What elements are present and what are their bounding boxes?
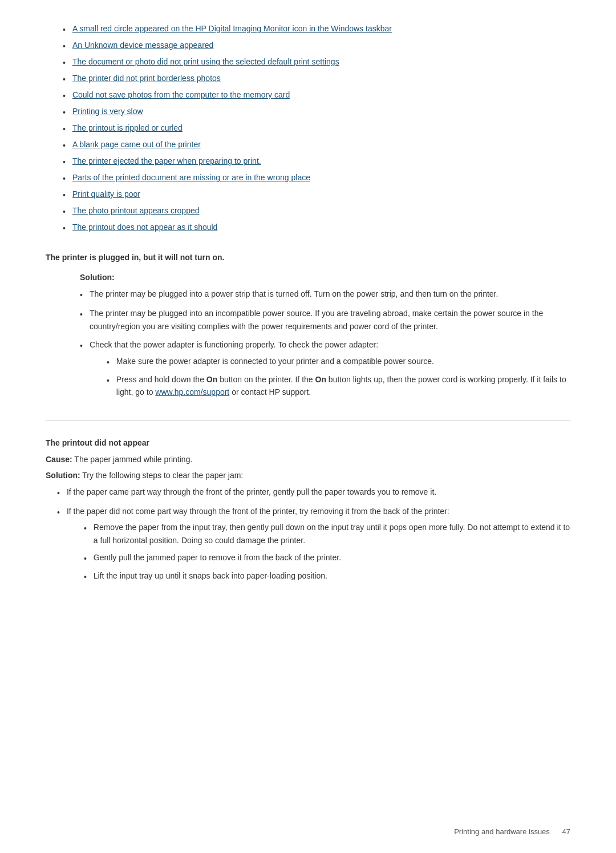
bullet-dot: • [57,487,60,499]
link-save-photos[interactable]: Could not save photos from the computer … [72,89,290,101]
footer-section-label: Printing and hardware issues [454,827,550,836]
bullet-dot: • [63,90,66,102]
bullet-dot: • [63,156,66,168]
s2-item-2: • If the paper did not come part way thr… [57,505,570,588]
bullet-dot: • [107,374,110,387]
link-ejected[interactable]: The printer ejected the paper when prepa… [72,155,261,167]
section1-solution-label: Solution: [80,273,570,282]
solution-item-2: • The printer may be plugged into an inc… [80,307,570,333]
intro-link-list: • A small red circle appeared on the HP … [63,23,570,235]
section-divider [46,421,570,421]
bullet-dot: • [63,223,66,235]
bold-on-2: On [315,375,326,384]
link-print-quality[interactable]: Print quality is poor [72,188,140,200]
list-item: • The photo printout appears cropped [63,205,570,218]
bullet-dot: • [63,173,66,185]
section1-solution-list: • The printer may be plugged into a powe… [80,288,570,403]
section-printout-not-appear: The printout did not appear Cause: The p… [46,438,570,588]
page-footer: Printing and hardware issues 47 [454,827,570,836]
solution-item-3-content: Check that the power adapter is function… [90,338,570,403]
section-plugged-in: The printer is plugged in, but it will n… [46,252,570,403]
solution-intro-text: Try the following steps to clear the pap… [82,471,243,480]
link-red-circle[interactable]: A small red circle appeared on the HP Di… [72,23,392,35]
list-item: • The document or photo did not print us… [63,56,570,69]
bullet-dot: • [63,57,66,69]
list-item: • The printer did not print borderless p… [63,72,570,86]
s2-item-1: • If the paper came part way through the… [57,486,570,499]
link-blank-page[interactable]: A blank page came out of the printer [72,139,201,151]
s2-sub-text-3: Lift the input tray up until it snaps ba… [94,569,327,582]
link-rippled[interactable]: The printout is rippled or curled [72,122,183,134]
list-item: • A small red circle appeared on the HP … [63,23,570,36]
s2-sub-item-1: • Remove the paper from the input tray, … [84,521,570,547]
bullet-dot: • [80,289,83,301]
s2-sub-text-2: Gently pull the jammed paper to remove i… [94,551,341,564]
sub-item-1: • Make sure the power adapter is connect… [107,355,570,369]
list-item: • Print quality is poor [63,188,570,201]
link-cropped[interactable]: The photo printout appears cropped [72,205,200,217]
solution-inline-label: Solution: [46,471,80,480]
solution-item-1: • The printer may be plugged into a powe… [80,288,570,301]
sub-text-1: Make sure the power adapter is connected… [116,355,434,367]
bullet-dot: • [80,308,83,321]
list-item: • The printout is rippled or curled [63,122,570,135]
s2-item-2-content: If the paper did not come part way throu… [67,505,570,588]
s2-text-2: If the paper did not come part way throu… [67,507,449,516]
bullet-dot: • [84,552,87,565]
bullet-dot: • [63,206,66,218]
bullet-dot: • [107,356,110,369]
bullet-dot: • [63,107,66,119]
bullet-dot: • [57,506,60,519]
bullet-dot: • [84,571,87,583]
cause-label: Cause: [46,455,72,464]
section1-solution-block: Solution: • The printer may be plugged i… [80,273,570,403]
sub-list-2: • Remove the paper from the input tray, … [84,521,570,584]
link-not-appear[interactable]: The printout does not appear as it shoul… [72,221,218,233]
list-item: • Parts of the printed document are miss… [63,172,570,185]
bullet-dot: • [84,522,87,535]
solution-inline-line: Solution: Try the following steps to cle… [46,469,570,482]
bold-on-1: On [206,375,217,384]
s2-text-1: If the paper came part way through the f… [67,486,436,498]
page-number: 47 [562,827,570,836]
section1-title: The printer is plugged in, but it will n… [46,252,570,264]
bullet-dot: • [63,140,66,152]
link-unknown-device[interactable]: An Unknown device message appeared [72,39,214,51]
bullet-dot: • [63,189,66,201]
cause-line: Cause: The paper jammed while printing. [46,453,570,466]
list-item: • An Unknown device message appeared [63,39,570,52]
bullet-dot: • [63,41,66,52]
list-item: • Could not save photos from the compute… [63,89,570,102]
bullet-dot: • [80,339,83,352]
s2-sub-item-3: • Lift the input tray up until it snaps … [84,569,570,583]
link-slow[interactable]: Printing is very slow [72,106,143,118]
sub-text-2: Press and hold down the On button on the… [116,373,570,399]
link-missing-parts[interactable]: Parts of the printed document are missin… [72,172,310,184]
cause-text: The paper jammed while printing. [74,455,192,464]
hp-support-link[interactable]: www.hp.com/support [155,387,229,397]
section2-title: The printout did not appear [46,438,570,447]
link-default-print[interactable]: The document or photo did not print usin… [72,56,339,68]
list-item: • The printer ejected the paper when pre… [63,155,570,168]
s2-sub-item-2: • Gently pull the jammed paper to remove… [84,551,570,565]
s2-sub-text-1: Remove the paper from the input tray, th… [94,521,570,547]
solution-text-3: Check that the power adapter is function… [90,340,378,349]
list-item: • The printout does not appear as it sho… [63,221,570,235]
bullet-dot: • [63,123,66,135]
bullet-dot: • [63,74,66,86]
list-item: • A blank page came out of the printer [63,139,570,152]
sub-list-1: • Make sure the power adapter is connect… [107,355,570,399]
bullet-dot: • [63,24,66,36]
list-item: • Printing is very slow [63,106,570,119]
sub-item-2: • Press and hold down the On button on t… [107,373,570,399]
section2-solution-list: • If the paper came part way through the… [57,486,570,588]
solution-text-1: The printer may be plugged into a power … [90,288,499,300]
solution-text-2: The printer may be plugged into an incom… [90,307,570,333]
link-borderless[interactable]: The printer did not print borderless pho… [72,72,221,84]
solution-item-3: • Check that the power adapter is functi… [80,338,570,403]
